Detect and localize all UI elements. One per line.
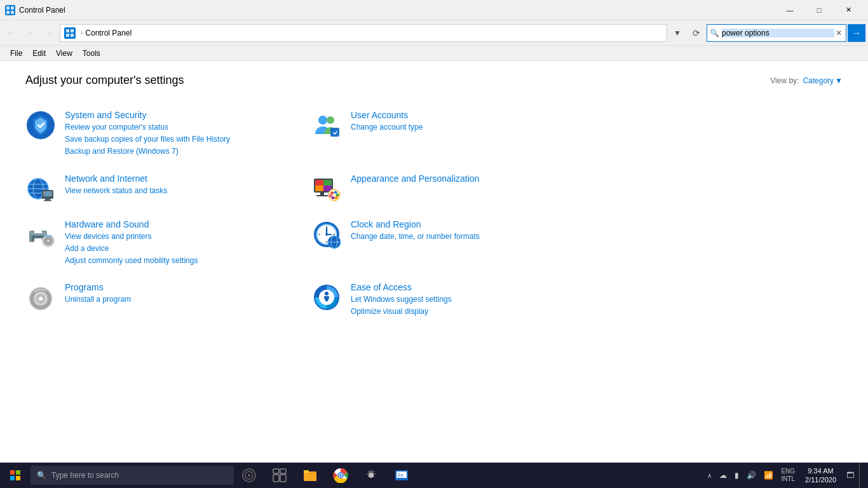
user-accounts-title[interactable]: User Accounts — [351, 110, 585, 120]
tray-notification-icon[interactable]: 🗔 — [844, 471, 857, 480]
path-icon — [64, 27, 76, 39]
svg-point-9 — [318, 116, 327, 125]
category-system-security: System and Security Review your computer… — [25, 102, 311, 166]
programs-title[interactable]: Programs — [65, 282, 299, 292]
taskbar-file-explorer[interactable] — [295, 463, 325, 488]
taskbar-cortana[interactable] — [234, 463, 264, 488]
ease-link-2[interactable]: Optimize visual display — [351, 306, 585, 318]
path-separator: › — [81, 29, 83, 36]
system-security-link-3[interactable]: Backup and Restore (Windows 7) — [65, 146, 299, 158]
address-bar: ← → ↑ › Control Panel ▼ ⟳ 🔍 ✕ → — [0, 20, 868, 46]
programs-link-1[interactable]: Uninstall a program — [65, 294, 299, 306]
taskbar-task-view[interactable] — [264, 463, 295, 488]
svg-rect-4 — [66, 29, 69, 32]
hardware-title[interactable]: Hardware and Sound — [65, 219, 299, 229]
appearance-title[interactable]: Appearance and Personalization — [351, 173, 585, 184]
system-security-link-1[interactable]: Review your computer's status — [65, 121, 299, 133]
taskbar-edge[interactable]: Ee — [386, 463, 417, 488]
tray-cloud-icon[interactable]: ☁ — [717, 471, 729, 480]
category-hardware: Hardware and Sound View devices and prin… — [25, 212, 311, 275]
menu-view[interactable]: View — [51, 48, 78, 59]
network-title[interactable]: Network and Internet — [65, 173, 299, 184]
clock-title[interactable]: Clock and Region — [351, 219, 585, 229]
view-by-value[interactable]: Category ▼ — [803, 76, 843, 85]
svg-rect-81 — [16, 476, 20, 480]
taskbar-settings[interactable] — [356, 463, 386, 488]
svg-rect-5 — [71, 29, 74, 32]
user-accounts-link-1[interactable]: Change account type — [351, 121, 585, 133]
search-box-icons: ✕ — [834, 29, 843, 37]
tray-sound-icon[interactable]: 🔊 — [744, 471, 759, 480]
back-button[interactable]: ← — [3, 24, 20, 42]
category-network: Network and Internet View network status… — [25, 166, 311, 212]
hardware-link-3[interactable]: Adjust commonly used mobility settings — [65, 255, 299, 267]
tray-time: 9:34 AM — [808, 466, 833, 475]
svg-text:Ee: Ee — [398, 473, 403, 477]
system-security-title[interactable]: System and Security — [65, 110, 299, 120]
show-desktop-button[interactable] — [859, 463, 863, 488]
svg-rect-45 — [34, 228, 42, 233]
tray-battery-icon[interactable]: ▮ — [732, 471, 742, 480]
svg-point-10 — [327, 116, 334, 124]
category-appearance: Appearance and Personalization — [311, 166, 597, 212]
address-path[interactable]: › Control Panel — [60, 24, 667, 42]
network-icon — [25, 173, 56, 204]
network-link-1[interactable]: View network status and tasks — [65, 185, 299, 197]
svg-rect-28 — [323, 180, 332, 186]
programs-icon — [25, 282, 56, 313]
taskbar-tray: ∧ ☁ ▮ 🔊 📶 ENG INTL 9:34 AM 2/11/2020 🗔 — [700, 463, 868, 488]
menu-file[interactable]: File — [5, 48, 27, 59]
ease-text: Ease of Access Let Windows suggest setti… — [351, 282, 585, 318]
maximize-button[interactable]: □ — [804, 0, 834, 20]
clear-search-button[interactable]: ✕ — [834, 29, 843, 37]
start-button[interactable] — [0, 463, 31, 488]
user-accounts-icon — [311, 110, 342, 140]
categories-grid: System and Security Review your computer… — [25, 102, 597, 326]
svg-rect-90 — [304, 470, 309, 473]
system-security-link-2[interactable]: Save backup copies of your files with Fi… — [65, 133, 299, 146]
system-security-icon — [25, 110, 56, 140]
refresh-button[interactable]: ⟳ — [688, 24, 705, 42]
dropdown-button[interactable]: ▼ — [668, 24, 686, 42]
close-button[interactable]: ✕ — [834, 0, 863, 20]
taskbar-apps: Ee — [234, 463, 700, 488]
taskbar-chrome[interactable] — [325, 463, 356, 488]
minimize-button[interactable]: — — [775, 0, 804, 20]
search-box[interactable]: 🔍 ✕ — [707, 24, 846, 42]
ease-link-1[interactable]: Let Windows suggest settings — [351, 294, 585, 306]
tray-clock[interactable]: 9:34 AM 2/11/2020 — [800, 466, 841, 485]
svg-rect-88 — [280, 475, 286, 482]
menu-bar: File Edit View Tools — [0, 46, 868, 61]
svg-rect-80 — [10, 476, 15, 480]
svg-rect-29 — [315, 186, 323, 191]
go-button[interactable]: → — [848, 24, 865, 42]
clock-link-1[interactable]: Change date, time, or number formats — [351, 231, 585, 243]
svg-point-22 — [47, 191, 49, 193]
tray-language[interactable]: ENG INTL — [778, 468, 797, 483]
svg-rect-32 — [316, 195, 328, 196]
taskbar-search-placeholder: Type here to search — [51, 471, 119, 480]
window-title: Control Panel — [19, 6, 775, 15]
up-button[interactable]: ↑ — [41, 24, 58, 42]
ease-icon — [311, 282, 342, 313]
svg-rect-85 — [273, 469, 279, 473]
hardware-link-2[interactable]: Add a device — [65, 243, 299, 255]
content-area: Adjust your computer's settings View by:… — [0, 61, 868, 463]
tray-network-icon[interactable]: 📶 — [761, 471, 776, 480]
view-by-category: Category — [803, 76, 834, 85]
svg-rect-0 — [6, 6, 10, 10]
category-ease: Ease of Access Let Windows suggest setti… — [311, 274, 597, 325]
svg-point-61 — [325, 233, 328, 236]
menu-edit[interactable]: Edit — [27, 48, 51, 59]
hardware-icon — [25, 219, 56, 250]
svg-rect-1 — [11, 6, 14, 10]
programs-text: Programs Uninstall a program — [65, 282, 299, 306]
system-security-text: System and Security Review your computer… — [65, 110, 299, 158]
forward-button[interactable]: → — [22, 24, 39, 42]
tray-show-hidden[interactable]: ∧ — [705, 472, 714, 479]
search-input[interactable] — [722, 29, 834, 37]
taskbar-search-box[interactable]: 🔍 Type here to search — [31, 466, 234, 485]
ease-title[interactable]: Ease of Access — [351, 282, 585, 292]
hardware-link-1[interactable]: View devices and printers — [65, 231, 299, 243]
menu-tools[interactable]: Tools — [78, 48, 105, 59]
